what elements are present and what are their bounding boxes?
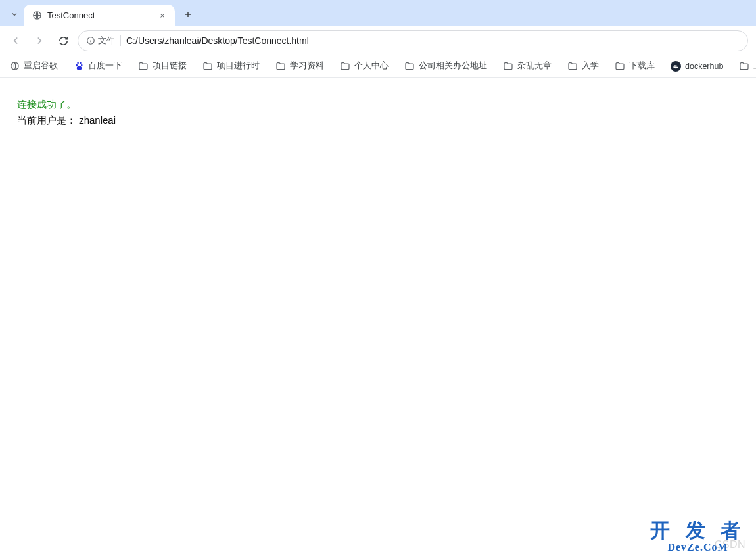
tab-title: TestConnect (47, 11, 151, 20)
arrow-left-icon (10, 35, 22, 47)
bookmark-label: 杂乱无章 (517, 60, 552, 72)
folder-icon (340, 61, 350, 72)
browser-tab[interactable]: TestConnect (24, 5, 175, 26)
bookmark-item[interactable]: 项目进行时 (200, 58, 262, 74)
bookmark-label: dockerhub (685, 62, 723, 71)
bookmark-item[interactable]: 工具 (736, 58, 756, 74)
forward-button[interactable] (30, 32, 49, 50)
back-button[interactable] (7, 32, 25, 50)
bookmark-label: 个人中心 (354, 60, 389, 72)
bookmarks-bar: 重启谷歌百度一下项目链接项目进行时学习资料个人中心公司相关办公地址杂乱无章入学下… (0, 55, 756, 78)
folder-icon (275, 61, 286, 72)
folder-icon (404, 61, 415, 72)
info-icon (86, 36, 95, 45)
toolbar: 文件 C:/Users/zhanleai/Desktop/TestConnect… (0, 26, 756, 55)
bookmark-item[interactable]: 重启谷歌 (7, 58, 60, 74)
bookmark-item[interactable]: 百度一下 (71, 58, 125, 74)
bookmark-item[interactable]: 学习资料 (273, 58, 327, 74)
bookmark-label: 百度一下 (88, 60, 122, 72)
new-tab-button[interactable] (179, 5, 197, 24)
bookmark-item[interactable]: dockerhub (668, 59, 726, 74)
chip-label: 文件 (98, 35, 115, 47)
bookmark-label: 学习资料 (290, 60, 324, 72)
address-bar[interactable]: 文件 C:/Users/zhanleai/Desktop/TestConnect… (78, 30, 748, 51)
page-content: 连接成功了。 当前用户是： zhanleai (0, 78, 756, 147)
success-message: 连接成功了。 (17, 97, 739, 112)
bookmark-label: 入学 (582, 60, 599, 72)
plus-icon (183, 10, 193, 19)
folder-icon (567, 61, 578, 72)
folder-icon (138, 61, 149, 72)
file-chip[interactable]: 文件 (86, 35, 115, 47)
current-user-line: 当前用户是： zhanleai (17, 113, 739, 128)
bookmark-label: 下载库 (629, 60, 655, 72)
baidu-icon (74, 61, 84, 72)
globe-icon (32, 11, 42, 21)
bookmark-label: 工具 (753, 60, 756, 72)
tabs-dropdown-button[interactable] (5, 5, 24, 24)
user-value: zhanleai (79, 114, 116, 126)
tab-strip: TestConnect (0, 0, 756, 26)
url-text: C:/Users/zhanleai/Desktop/TestConnect.ht… (126, 35, 309, 46)
arrow-right-icon (34, 35, 45, 47)
bookmark-label: 项目链接 (153, 60, 187, 72)
bookmark-item[interactable]: 入学 (565, 58, 602, 74)
watermark-sub: DevZe.CoM (650, 542, 745, 553)
bookmark-label: 公司相关办公地址 (419, 60, 487, 72)
watermark-main: 开 发 者 (650, 519, 745, 541)
folder-icon (615, 61, 625, 72)
globe-icon (9, 61, 20, 72)
chevron-down-icon (11, 11, 18, 18)
divider (120, 35, 121, 46)
devze-watermark: 开 发 者 DevZe.CoM (650, 517, 745, 553)
bookmark-label: 项目进行时 (217, 60, 260, 72)
bookmark-item[interactable]: 下载库 (612, 58, 657, 74)
bookmark-item[interactable]: 个人中心 (337, 58, 391, 74)
dockerhub-icon (671, 61, 681, 72)
folder-icon (503, 61, 513, 72)
reload-icon (58, 35, 69, 47)
reload-button[interactable] (54, 32, 72, 50)
close-icon (159, 12, 166, 19)
user-label: 当前用户是： (17, 114, 76, 126)
folder-icon (739, 61, 749, 72)
bookmark-item[interactable]: 杂乱无章 (500, 58, 554, 74)
bookmark-item[interactable]: 公司相关办公地址 (402, 58, 490, 74)
bookmark-item[interactable]: 项目链接 (135, 58, 189, 74)
tab-close-button[interactable] (156, 10, 168, 22)
bookmark-label: 重启谷歌 (24, 60, 58, 72)
folder-icon (202, 61, 213, 72)
